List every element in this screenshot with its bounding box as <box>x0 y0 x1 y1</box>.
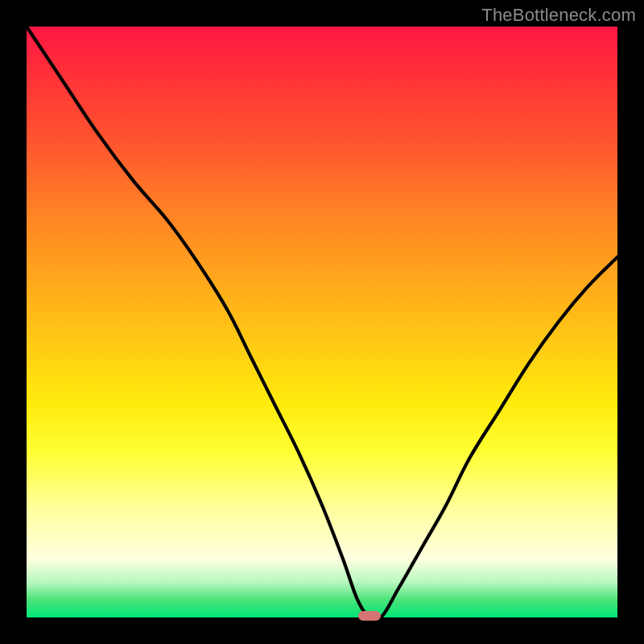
bottleneck-curve <box>27 27 617 617</box>
optimum-marker <box>358 611 381 621</box>
plot-area <box>27 27 617 617</box>
watermark-text: TheBottleneck.com <box>481 5 636 26</box>
chart-frame: TheBottleneck.com <box>0 0 644 644</box>
